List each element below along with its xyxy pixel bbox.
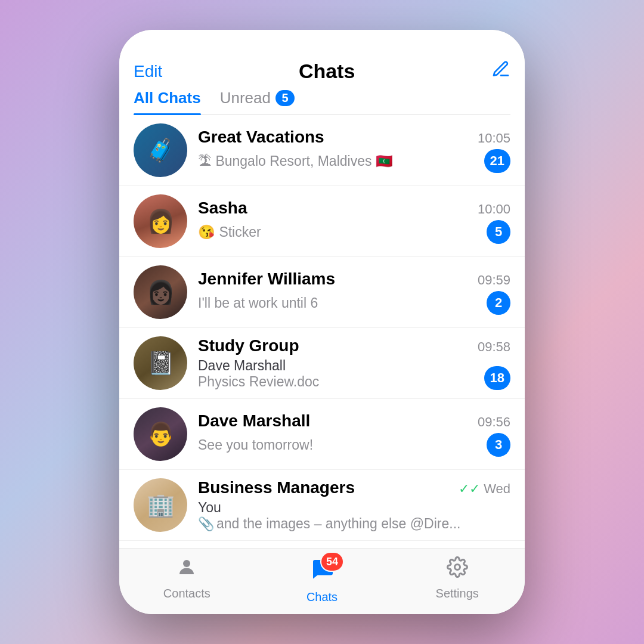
list-item[interactable]: 👩🏿 Jennifer Williams 09:59 I'll be at wo…: [119, 257, 525, 328]
chat-time: 09:58: [478, 339, 510, 355]
time-with-check: ✓✓ Wed: [459, 481, 510, 497]
chat-content: Jennifer Williams 09:59 I'll be at work …: [198, 270, 510, 315]
tab-all-chats[interactable]: All Chats: [134, 89, 201, 114]
name-row: Study Group 09:58: [198, 336, 510, 355]
preview-text: 😘 Sticker: [198, 224, 482, 240]
chat-content: Great Vacations 10:05 🏝 Bungalo Resort, …: [198, 128, 510, 173]
phone-inner: Edit Chats All Chats Unread 5: [119, 30, 525, 614]
list-item[interactable]: 🏢 Business Managers ✓✓ Wed You 📎 and: [119, 470, 525, 541]
chat-name: Business Managers: [198, 478, 355, 497]
preview-block: Dave Marshall Physics Review.doc 18: [198, 358, 510, 390]
chat-time: 09:56: [478, 414, 510, 430]
tab-bar-item-contacts[interactable]: Contacts: [119, 556, 255, 600]
avatar: 🧳: [134, 123, 187, 177]
chat-time: 10:00: [478, 202, 510, 217]
chat-name: Great Vacations: [198, 128, 324, 147]
preview-row: See you tomorrow! 3: [198, 433, 510, 457]
header-top: Edit Chats: [134, 60, 510, 89]
chat-name: Sasha: [198, 199, 247, 218]
edit-button[interactable]: Edit: [134, 62, 162, 81]
chat-name: Jennifer Williams: [198, 270, 335, 289]
list-item[interactable]: 📓 Study Group 09:58 Dave Marshall Physic…: [119, 328, 525, 399]
chats-badge: 54: [320, 552, 344, 572]
name-row: Dave Marshall 09:56: [198, 411, 510, 431]
avatar: 📓: [134, 336, 187, 390]
preview-sender: You: [198, 500, 510, 516]
tab-bar-item-settings[interactable]: Settings: [389, 556, 525, 600]
preview-row: 😘 Sticker 5: [198, 220, 510, 244]
unread-count: 3: [487, 433, 510, 457]
header: Edit Chats All Chats Unread 5: [119, 56, 525, 115]
preview-text: and the images – anything else @Dire...: [216, 516, 510, 532]
preview-row: I'll be at work until 6 2: [198, 291, 510, 315]
double-check-icon: ✓✓: [459, 481, 480, 497]
chat-content: Study Group 09:58 Dave Marshall Physics …: [198, 336, 510, 390]
chat-name: Dave Marshall: [198, 411, 310, 431]
tab-bar: Contacts 54 Chats: [119, 549, 525, 614]
settings-icon: [447, 556, 468, 583]
chat-time: Wed: [484, 481, 510, 497]
tab-bar-item-chats[interactable]: 54 Chats: [255, 556, 390, 604]
person-icon: [176, 556, 197, 583]
avatar: 👩: [134, 194, 187, 248]
chat-bubble-icon: 54: [309, 556, 335, 587]
list-item[interactable]: 🧳 Great Vacations 10:05 🏝 Bungalo Resort…: [119, 115, 525, 186]
tab-bar-label: Chats: [306, 590, 338, 604]
preview-text: See you tomorrow!: [198, 437, 482, 453]
name-row: Great Vacations 10:05: [198, 128, 510, 147]
preview-message: Physics Review.doc: [198, 374, 484, 390]
preview-row: 🏝 Bungalo Resort, Maldives 🇲🇻 21: [198, 149, 510, 173]
avatar: 👨: [134, 407, 187, 461]
chat-name: Study Group: [198, 336, 299, 355]
chat-content: Dave Marshall 09:56 See you tomorrow! 3: [198, 411, 510, 457]
tab-unread[interactable]: Unread 5: [220, 89, 295, 114]
svg-point-0: [183, 560, 190, 567]
tab-bar-label: Settings: [436, 587, 479, 600]
list-item[interactable]: 👩 Sasha 10:00 😘 Sticker 5: [119, 186, 525, 257]
page-title: Chats: [299, 60, 355, 83]
preview-attachment-row: 📎 and the images – anything else @Dire..…: [198, 516, 510, 532]
preview-block: You 📎 and the images – anything else @Di…: [198, 500, 510, 532]
chat-content: Sasha 10:00 😘 Sticker 5: [198, 199, 510, 244]
chat-content: Business Managers ✓✓ Wed You 📎 and the i…: [198, 478, 510, 532]
avatar: 👩🏿: [134, 265, 187, 319]
phone-frame: Edit Chats All Chats Unread 5: [119, 30, 525, 614]
tabs: All Chats Unread 5: [134, 89, 510, 115]
preview-text: I'll be at work until 6: [198, 295, 482, 311]
unread-count: 5: [487, 220, 510, 244]
preview-text: 🏝 Bungalo Resort, Maldives 🇲🇻: [198, 153, 479, 169]
chat-time: 09:59: [478, 273, 510, 288]
list-item[interactable]: 👨 Dave Marshall 09:56 See you tomorrow! …: [119, 399, 525, 470]
preview-lines: Dave Marshall Physics Review.doc: [198, 358, 484, 390]
unread-count: 18: [484, 366, 510, 390]
unread-count: 21: [484, 149, 510, 173]
paperclip-icon: 📎: [198, 516, 214, 532]
status-bar: [119, 30, 525, 56]
chat-time: 10:05: [478, 131, 510, 146]
compose-icon[interactable]: [491, 60, 510, 83]
name-row: Jennifer Williams 09:59: [198, 270, 510, 289]
preview-sender: Dave Marshall: [198, 358, 484, 374]
avatar: 🏢: [134, 478, 187, 532]
name-row: Business Managers ✓✓ Wed: [198, 478, 510, 497]
unread-count: 2: [487, 291, 510, 315]
chat-list: 🧳 Great Vacations 10:05 🏝 Bungalo Resort…: [119, 115, 525, 549]
tab-bar-label: Contacts: [163, 587, 210, 600]
name-row: Sasha 10:00: [198, 199, 510, 218]
unread-badge: 5: [275, 90, 295, 106]
svg-point-1: [454, 565, 460, 570]
